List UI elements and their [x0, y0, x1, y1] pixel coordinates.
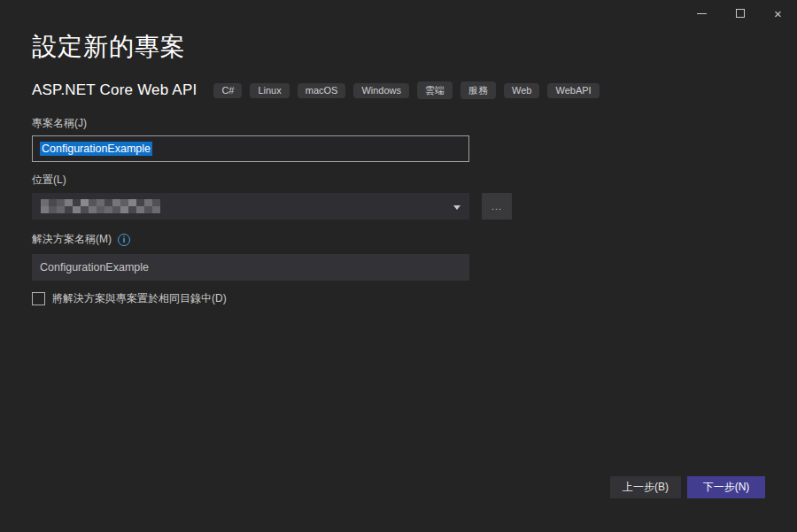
project-name-value: ConfigurationExample [40, 142, 152, 156]
template-name: ASP.NET Core Web API [32, 81, 197, 99]
maximize-icon [736, 9, 745, 18]
solution-name-label: 解決方案名稱(M) [32, 232, 112, 247]
template-tag: 服務 [460, 81, 496, 99]
template-tag: Linux [250, 83, 289, 98]
back-button[interactable]: 上一步(B) [610, 476, 681, 498]
template-tag: Web [504, 83, 539, 98]
browse-location-button[interactable]: ... [482, 193, 512, 220]
minimize-button[interactable] [683, 1, 721, 26]
same-directory-checkbox[interactable] [32, 292, 45, 305]
close-icon: × [774, 7, 782, 20]
solution-name-input[interactable]: ConfigurationExample [32, 254, 469, 281]
template-header: ASP.NET Core Web API C#LinuxmacOSWindows… [32, 81, 765, 99]
close-button[interactable]: × [759, 1, 797, 26]
project-name-input[interactable]: ConfigurationExample [32, 135, 469, 162]
maximize-button[interactable] [721, 1, 759, 26]
solution-name-label-row: 解決方案名稱(M) i [32, 232, 130, 247]
location-combobox[interactable] [32, 193, 469, 220]
location-value-redacted [41, 199, 160, 213]
same-directory-row: 將解決方案與專案置於相同目錄中(D) [32, 291, 227, 306]
page-title: 設定新的專案 [32, 30, 186, 64]
template-tag: 雲端 [417, 81, 453, 99]
template-tag: C# [213, 83, 242, 98]
tag-list: C#LinuxmacOSWindows雲端服務WebWebAPI [213, 81, 599, 99]
solution-name-value: ConfigurationExample [40, 261, 149, 274]
info-icon[interactable]: i [118, 234, 130, 246]
location-label: 位置(L) [32, 173, 66, 188]
project-name-label: 專案名稱(J) [32, 116, 87, 131]
next-button[interactable]: 下一步(N) [687, 476, 765, 498]
chevron-down-icon [453, 205, 460, 210]
minimize-icon [697, 13, 707, 14]
template-tag: WebAPI [547, 83, 599, 98]
window-controls: × [683, 0, 797, 27]
same-directory-label: 將解決方案與專案置於相同目錄中(D) [52, 291, 227, 306]
template-tag: macOS [298, 83, 346, 98]
template-tag: Windows [353, 83, 409, 98]
